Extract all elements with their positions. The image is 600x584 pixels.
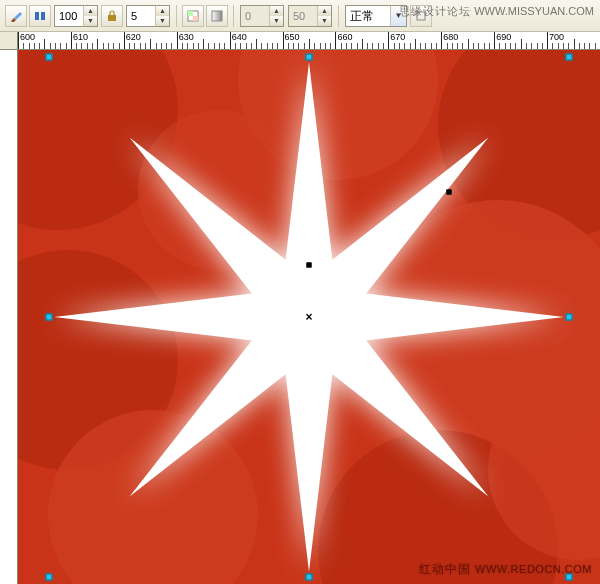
- step-down-icon[interactable]: ▼: [84, 16, 97, 26]
- ruler-tick-minor: [156, 43, 157, 49]
- watermark-top-en: WWW.MISSYUAN.COM: [474, 5, 594, 17]
- ruler-tick-minor: [552, 43, 553, 49]
- ruler-tick-minor: [351, 43, 352, 49]
- ruler-tick-mid: [468, 39, 469, 49]
- ruler-tick-minor: [436, 43, 437, 49]
- ruler-label: 640: [232, 32, 247, 42]
- mirror-tool-icon[interactable]: [29, 5, 51, 27]
- ruler-tick-minor: [589, 43, 590, 49]
- ruler-tick-minor: [425, 43, 426, 49]
- ruler-tick-minor: [462, 43, 463, 49]
- ruler-tick-minor: [404, 43, 405, 49]
- gradient-preview-icon[interactable]: [206, 5, 228, 27]
- svg-rect-6: [212, 11, 222, 21]
- ruler-label: 600: [20, 32, 35, 42]
- param4-value: 50: [289, 10, 317, 22]
- tolerance-field[interactable]: 5 ▲▼: [126, 5, 170, 27]
- svg-rect-1: [41, 12, 45, 20]
- ruler-tick-mid: [574, 39, 575, 49]
- ruler-tick-mid: [415, 39, 416, 49]
- svg-rect-0: [35, 12, 39, 20]
- brush-tool-icon[interactable]: [5, 5, 27, 27]
- ruler-tick-major: [230, 32, 231, 50]
- ruler-label: 690: [496, 32, 511, 42]
- ruler-tick-mid: [309, 39, 310, 49]
- ruler-tick-mid: [150, 39, 151, 49]
- ruler-tick-minor: [235, 43, 236, 49]
- artwork-background: [18, 50, 600, 584]
- step-up-icon[interactable]: ▲: [156, 6, 169, 16]
- ruler-tick-major: [124, 32, 125, 50]
- ruler-tick-minor: [510, 43, 511, 49]
- blend-mode-select[interactable]: 正常 ▼: [345, 5, 407, 27]
- ruler-label: 700: [549, 32, 564, 42]
- ruler-tick-minor: [526, 43, 527, 49]
- watermark-bottom-en: WWW.REDOCN.COM: [475, 563, 592, 575]
- param3-value: 0: [241, 10, 269, 22]
- ruler-tick-minor: [140, 43, 141, 49]
- ruler-tick-mid: [521, 39, 522, 49]
- ruler-tick-minor: [267, 43, 268, 49]
- ruler-tick-minor: [119, 43, 120, 49]
- star-shape[interactable]: [49, 57, 569, 577]
- ruler-tick-minor: [372, 43, 373, 49]
- opacity-value: 100: [55, 10, 83, 22]
- tolerance-stepper[interactable]: ▲▼: [155, 6, 169, 26]
- ruler-label: 610: [73, 32, 88, 42]
- ruler-tick-minor: [29, 43, 30, 49]
- ruler-vertical[interactable]: [0, 32, 18, 584]
- ruler-tick-minor: [113, 43, 114, 49]
- ruler-corner: [0, 32, 18, 50]
- opacity-field[interactable]: 100 ▲▼: [54, 5, 98, 27]
- svg-rect-4: [188, 11, 193, 16]
- ruler-tick-minor: [81, 43, 82, 49]
- ruler-tick-minor: [341, 43, 342, 49]
- watermark-bottom: 红动中国 WWW.REDOCN.COM: [419, 561, 592, 578]
- param3-field: 0 ▲▼: [240, 5, 284, 27]
- ruler-tick-minor: [394, 43, 395, 49]
- ruler-tick-minor: [208, 43, 209, 49]
- ruler-tick-minor: [478, 43, 479, 49]
- ruler-tick-minor: [410, 43, 411, 49]
- ruler-tick-major: [388, 32, 389, 50]
- ruler-tick-minor: [66, 43, 67, 49]
- ruler-tick-minor: [166, 43, 167, 49]
- ruler-tick-minor: [39, 43, 40, 49]
- ruler-tick-minor: [325, 43, 326, 49]
- toolbar: 100 ▲▼ 5 ▲▼ 0 ▲▼ 50 ▲▼ 正常 ▼: [0, 0, 600, 32]
- fill-preview-icon[interactable]: [182, 5, 204, 27]
- ruler-tick-minor: [584, 43, 585, 49]
- canvas[interactable]: × 红动中国 WWW.REDOCN.COM: [18, 50, 600, 584]
- toolbar-separator: [176, 5, 177, 27]
- ruler-tick-minor: [499, 43, 500, 49]
- ruler-tick-minor: [103, 43, 104, 49]
- ruler-tick-minor: [246, 43, 247, 49]
- opacity-stepper[interactable]: ▲▼: [83, 6, 97, 26]
- ruler-tick-minor: [129, 43, 130, 49]
- watermark-bottom-cn: 红动中国: [419, 562, 471, 576]
- step-down-icon[interactable]: ▼: [156, 16, 169, 26]
- ruler-tick-minor: [367, 43, 368, 49]
- ruler-tick-minor: [314, 43, 315, 49]
- tolerance-value: 5: [127, 10, 155, 22]
- ruler-tick-minor: [60, 43, 61, 49]
- ruler-tick-minor: [431, 43, 432, 49]
- ruler-tick-minor: [134, 43, 135, 49]
- ruler-tick-minor: [330, 43, 331, 49]
- ruler-tick-minor: [272, 43, 273, 49]
- step-down-icon: ▼: [318, 16, 331, 26]
- step-up-icon[interactable]: ▲: [84, 6, 97, 16]
- ruler-tick-minor: [346, 43, 347, 49]
- ruler-tick-minor: [187, 43, 188, 49]
- ruler-tick-major: [18, 32, 19, 50]
- ruler-tick-minor: [357, 43, 358, 49]
- ruler-tick-minor: [50, 43, 51, 49]
- ruler-tick-minor: [240, 43, 241, 49]
- ruler-horizontal[interactable]: 600610620630640650660670680690700710: [18, 32, 600, 50]
- lock-icon[interactable]: [101, 5, 123, 27]
- toolbar-separator: [233, 5, 234, 27]
- ruler-tick-minor: [23, 43, 24, 49]
- ruler-tick-minor: [298, 43, 299, 49]
- ruler-tick-minor: [261, 43, 262, 49]
- ruler-tick-minor: [515, 43, 516, 49]
